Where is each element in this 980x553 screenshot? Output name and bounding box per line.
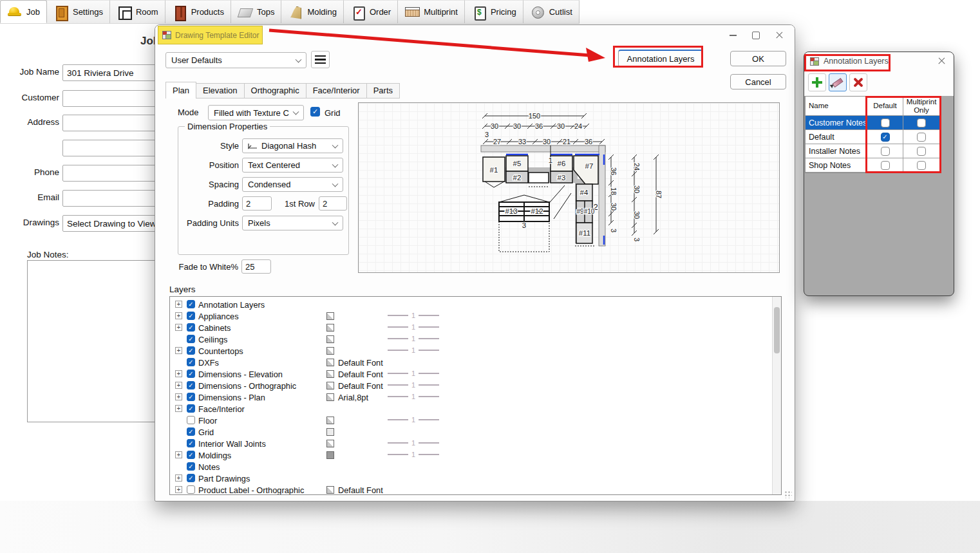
multiprint-only-checkbox[interactable] [917, 161, 926, 170]
toolbar-tab-cutlist[interactable]: Cutlist [523, 0, 580, 23]
multiprint-only-checkbox[interactable] [917, 118, 926, 127]
style-combo[interactable]: Diagonal Hash [242, 138, 343, 153]
layer-checkbox[interactable] [187, 427, 195, 436]
scrollbar-thumb[interactable] [774, 307, 780, 353]
layer-checkbox[interactable] [187, 485, 195, 494]
expand-plus-icon[interactable]: + [175, 312, 182, 319]
expand-plus-icon[interactable]: + [175, 474, 182, 482]
layer-checkbox[interactable] [187, 312, 195, 320]
address-input-2[interactable] [62, 140, 165, 156]
layer-color-swatch[interactable] [326, 359, 334, 366]
fade-to-white-input[interactable] [241, 259, 271, 274]
layer-checkbox[interactable] [187, 370, 195, 378]
layer-color-swatch[interactable] [326, 417, 334, 424]
layer-checkbox[interactable] [187, 462, 195, 471]
delete-icon[interactable] [849, 73, 867, 91]
drawings-select[interactable] [62, 215, 165, 232]
close-icon[interactable] [933, 53, 950, 69]
layer-checkbox[interactable] [187, 358, 195, 366]
layer-color-swatch[interactable] [326, 382, 334, 389]
toolbar-tab-products[interactable]: Products [165, 0, 231, 23]
layer-checkbox[interactable] [187, 404, 195, 413]
toolbar-tab-room[interactable]: Room [110, 0, 165, 23]
add-icon[interactable] [808, 73, 826, 91]
layer-color-swatch[interactable] [326, 451, 334, 459]
layer-checkbox[interactable] [187, 323, 195, 332]
toolbar-tab-molding[interactable]: Molding [281, 0, 344, 23]
phone-input[interactable] [62, 165, 165, 182]
layer-row[interactable]: +Countertops1 [170, 345, 781, 357]
layer-color-swatch[interactable] [326, 312, 334, 320]
multiprint-only-checkbox[interactable] [917, 133, 926, 142]
layer-row[interactable]: +Moldings1 [170, 449, 781, 461]
tab-elevation[interactable]: Elevation [196, 83, 244, 98]
default-checkbox[interactable] [881, 118, 890, 127]
layer-color-swatch[interactable] [326, 370, 334, 378]
toolbar-tab-settings[interactable]: Settings [47, 0, 110, 23]
layer-row[interactable]: Ceilings1 [170, 333, 781, 345]
layers-list[interactable]: +Annotation Layers+Appliances1+Cabinets1… [169, 296, 782, 495]
table-row[interactable]: Shop Notes [806, 158, 939, 173]
layer-checkbox[interactable] [187, 474, 195, 482]
first-row-input[interactable] [319, 196, 347, 211]
layer-checkbox[interactable] [187, 335, 195, 343]
layer-row[interactable]: +Face/Interior [170, 403, 781, 415]
expand-plus-icon[interactable]: + [175, 393, 182, 400]
layer-color-swatch[interactable] [326, 393, 334, 401]
ok-button[interactable]: OK [730, 51, 786, 66]
layer-row[interactable]: +Product Label - OrthographicDefault Fon… [170, 484, 781, 495]
close-icon[interactable] [769, 28, 789, 43]
default-checkbox[interactable] [881, 147, 890, 156]
toolbar-tab-multiprint[interactable]: Multiprint [398, 0, 465, 23]
layer-checkbox[interactable] [187, 439, 195, 447]
layer-row[interactable]: Notes [170, 461, 781, 473]
layer-color-swatch[interactable] [326, 324, 334, 332]
default-checkbox[interactable] [881, 133, 890, 142]
expand-plus-icon[interactable]: + [175, 301, 182, 308]
layer-color-swatch[interactable] [326, 335, 334, 343]
layer-checkbox[interactable] [187, 451, 195, 459]
layer-color-swatch[interactable] [326, 486, 334, 494]
table-row[interactable]: Customer Notes [806, 116, 939, 130]
dialog-titlebar[interactable]: Drawing Template Editor [155, 25, 795, 44]
layer-checkbox[interactable] [187, 381, 195, 389]
layer-row[interactable]: +Part Drawings [170, 473, 781, 484]
layer-checkbox[interactable] [187, 393, 195, 401]
toolbar-tab-pricing[interactable]: Pricing [465, 0, 523, 23]
default-checkbox[interactable] [881, 161, 890, 170]
expand-plus-icon[interactable]: + [175, 370, 182, 377]
layer-row[interactable]: Floor1 [170, 415, 781, 426]
layer-row[interactable]: Grid [170, 426, 781, 438]
layer-row[interactable]: +Cabinets1 [170, 322, 781, 333]
multiprint-only-checkbox[interactable] [917, 147, 926, 156]
maximize-icon[interactable] [746, 28, 766, 43]
cancel-button[interactable]: Cancel [730, 74, 786, 89]
edit-pencil-icon[interactable] [829, 73, 847, 91]
spacing-combo[interactable]: Condensed [242, 177, 343, 192]
expand-plus-icon[interactable]: + [175, 486, 182, 493]
layer-checkbox[interactable] [187, 346, 195, 355]
tab-parts[interactable]: Parts [367, 83, 400, 98]
position-combo[interactable]: Text Centered [242, 158, 343, 173]
layer-checkbox[interactable] [187, 416, 195, 424]
layer-row[interactable]: Interior Wall Joints1 [170, 438, 781, 449]
table-row[interactable]: Default [806, 130, 939, 144]
layer-color-swatch[interactable] [326, 347, 334, 355]
layer-row[interactable]: +Dimensions - ElevationDefault Font1 [170, 368, 781, 380]
expand-plus-icon[interactable]: + [175, 382, 182, 389]
layer-row[interactable]: +Appliances1 [170, 310, 781, 322]
minimize-icon[interactable] [722, 28, 743, 43]
dialog-titlebar[interactable]: Annotation Layers [804, 52, 954, 70]
job-notes-textarea[interactable] [27, 260, 165, 422]
toolbar-tab-tops[interactable]: Tops [231, 0, 281, 23]
tab-orthographic[interactable]: Orthographic [245, 83, 306, 98]
layer-row[interactable]: DXFsDefault Font [170, 357, 781, 368]
layer-row[interactable]: +Dimensions - PlanArial,8pt1 [170, 391, 781, 403]
tab-face-interior[interactable]: Face/Interior [306, 83, 367, 98]
toolbar-tab-order[interactable]: Order [344, 0, 398, 23]
menu-button[interactable] [311, 51, 330, 68]
padding-units-combo[interactable]: Pixels [242, 216, 343, 230]
layer-checkbox[interactable] [187, 300, 195, 308]
layer-row[interactable]: +Annotation Layers [170, 299, 781, 310]
toolbar-tab-job[interactable]: Job [0, 0, 47, 23]
